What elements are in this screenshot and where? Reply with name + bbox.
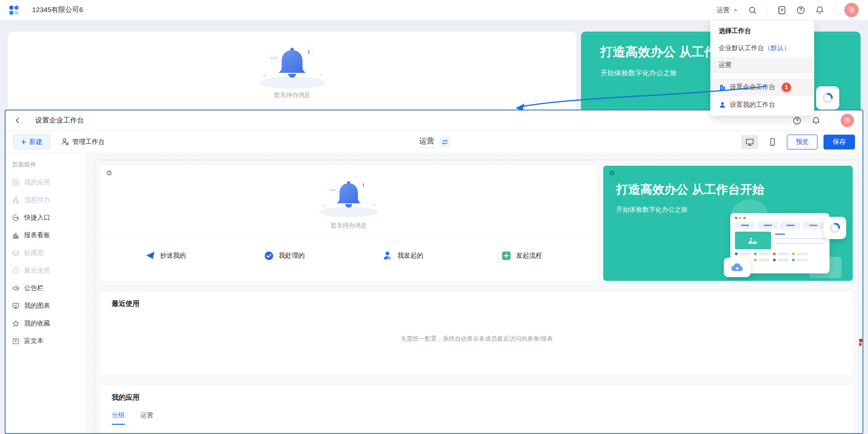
- spinner-icon: [829, 222, 841, 234]
- spinner-card: [824, 217, 846, 239]
- quick-action-label: 抄送我的: [160, 252, 186, 260]
- workspace-label: 运营: [719, 61, 732, 69]
- send-icon: [145, 251, 155, 261]
- canvas-drop-area: ⚙ !: [95, 160, 859, 433]
- help-icon[interactable]: [792, 116, 802, 125]
- svg-text:!: !: [308, 49, 310, 56]
- tab-group[interactable]: 分组: [112, 411, 125, 425]
- my-workspace-icon: [719, 101, 726, 109]
- workspace-switcher-label: 运营: [717, 6, 730, 14]
- dropdown-title: 选择工作台: [710, 20, 814, 40]
- banner-subtitle: 开始体验数字化办公之旅: [600, 69, 677, 78]
- sidebar-title: 页面组件: [6, 158, 87, 174]
- component-settings-icon[interactable]: ⚙: [609, 169, 615, 176]
- sidebar-item-report-board[interactable]: 报表看板: [6, 227, 87, 244]
- divider: [767, 6, 767, 14]
- quick-action-label: 发起流程: [516, 252, 542, 260]
- quick-action-start-process[interactable]: 发起流程: [501, 251, 542, 261]
- quick-action-cc-to-me[interactable]: 抄送我的: [145, 251, 186, 261]
- mobile-view-button[interactable]: [764, 135, 781, 149]
- banner-subtitle: 开始体验数字化办公之旅: [616, 206, 688, 214]
- chevron-up-icon: [733, 7, 738, 13]
- default-workspace-label: 企业默认工作台: [719, 44, 764, 52]
- modal-title: 设置企业工作台: [35, 116, 84, 125]
- switch-workspace-button[interactable]: [440, 137, 450, 147]
- company-name: 12345有限公司6: [32, 6, 83, 14]
- swap-icon: [441, 139, 448, 145]
- recent-empty-text: 无需统一配置，系统自动展示各成员最近访问的表单/报表: [101, 335, 853, 343]
- sidebar-item-my-apps: 我的应用: [6, 174, 87, 191]
- user-avatar[interactable]: 张: [844, 3, 859, 17]
- current-workspace-name[interactable]: 运营: [418, 136, 435, 148]
- sidebar-item-carousel: 轮播图: [6, 244, 87, 262]
- speaker-icon: [12, 285, 19, 292]
- sidebar-item-label: 快捷入口: [24, 214, 50, 222]
- flow-icon: [12, 196, 19, 204]
- workspace-canvas: ⚙ !: [87, 153, 862, 433]
- setup-enterprise-label: 设置企业工作台: [730, 83, 775, 91]
- dropdown-item-default-workspace[interactable]: 企业默认工作台（默认）: [710, 40, 814, 57]
- my-apps-component-card[interactable]: 我的应用 分组 运营: [101, 385, 853, 433]
- user-gear-icon: [61, 138, 69, 146]
- sidebar-item-my-favorites[interactable]: 我的收藏: [6, 315, 87, 332]
- component-settings-icon[interactable]: ⚙: [106, 169, 112, 176]
- preview-button[interactable]: 预览: [787, 135, 817, 149]
- person-icon: [383, 251, 393, 261]
- empty-todo-text: 暂无待办消息: [8, 91, 576, 99]
- bell-icon[interactable]: [811, 116, 821, 125]
- new-button-label: 新建: [29, 138, 42, 146]
- chart-board-icon: [12, 302, 19, 310]
- quick-action-started-by-me[interactable]: 我发起的: [383, 251, 423, 261]
- dropdown-action-setup-enterprise-workspace[interactable]: 设置企业工作台 1: [710, 78, 814, 96]
- todo-component-card[interactable]: ⚙ !: [101, 166, 597, 281]
- workspace-switcher[interactable]: 运营: [717, 6, 738, 14]
- manage-workspace-button[interactable]: 管理工作台: [61, 138, 105, 146]
- empty-bell-illustration: !: [253, 40, 332, 90]
- spinner-icon: [822, 92, 834, 104]
- banner-spinner-card: [816, 86, 839, 110]
- star-icon: [12, 320, 19, 327]
- sidebar-item-announcement[interactable]: 公告栏: [6, 279, 87, 297]
- empty-todo-text: 暂无待办消息: [101, 221, 597, 230]
- quick-action-handled-by-me[interactable]: 我处理的: [264, 251, 305, 261]
- monitor-icon: [745, 138, 754, 146]
- banner-component-card[interactable]: ⚙ 打造高效办公 从工作台开始 开始体验数字化办公之旅: [603, 166, 853, 281]
- bar-chart-icon: [12, 232, 19, 239]
- dropdown-item-workspace-yunying[interactable]: 运营: [710, 57, 814, 73]
- text-icon: [12, 337, 19, 345]
- sidebar-item-label: 富文本: [24, 337, 44, 345]
- manage-workspace-label: 管理工作台: [72, 138, 105, 146]
- divider: [830, 117, 831, 124]
- divider: [25, 6, 26, 14]
- dropdown-action-setup-my-workspace[interactable]: 设置我的工作台: [710, 96, 814, 114]
- tab-yunying[interactable]: 运营: [140, 411, 153, 425]
- search-icon[interactable]: [748, 6, 757, 15]
- divider: [710, 76, 814, 76]
- sidebar-item-label: 轮播图: [24, 249, 44, 257]
- scroll-position-marker: [859, 339, 862, 346]
- contacts-icon[interactable]: [777, 6, 786, 15]
- banner-illustration: [722, 207, 846, 281]
- sidebar-item-rich-text[interactable]: 富文本: [6, 332, 87, 350]
- divider: [834, 6, 835, 14]
- sidebar-item-my-charts[interactable]: 我的图表: [6, 297, 87, 315]
- sidebar-item-label: 公告栏: [24, 284, 44, 292]
- recently-used-component-card[interactable]: 最近使用 无需统一配置，系统自动展示各成员最近访问的表单/报表: [101, 291, 853, 375]
- default-tag: （默认）: [764, 44, 790, 52]
- top-bar: 12345有限公司6 运营 张: [0, 0, 868, 20]
- help-icon[interactable]: [796, 6, 805, 15]
- user-avatar[interactable]: 张: [841, 114, 854, 127]
- cloud-upload-icon: [730, 262, 744, 272]
- sidebar-item-process-todo: 流程待办: [6, 191, 87, 209]
- phone-icon: [769, 137, 776, 147]
- desktop-view-button[interactable]: [741, 135, 758, 149]
- new-button[interactable]: 新建: [13, 135, 50, 149]
- sidebar-item-label: 流程待办: [24, 196, 50, 204]
- save-button[interactable]: 保存: [823, 135, 855, 149]
- banner-title: 打造高效办公 从工作台开始: [616, 181, 764, 198]
- back-icon[interactable]: [14, 117, 22, 124]
- sidebar-item-label: 我的收藏: [24, 319, 50, 328]
- bell-icon[interactable]: [815, 6, 824, 15]
- plus-icon: [21, 139, 26, 145]
- sidebar-item-quick-entry[interactable]: 快捷入口: [6, 209, 87, 227]
